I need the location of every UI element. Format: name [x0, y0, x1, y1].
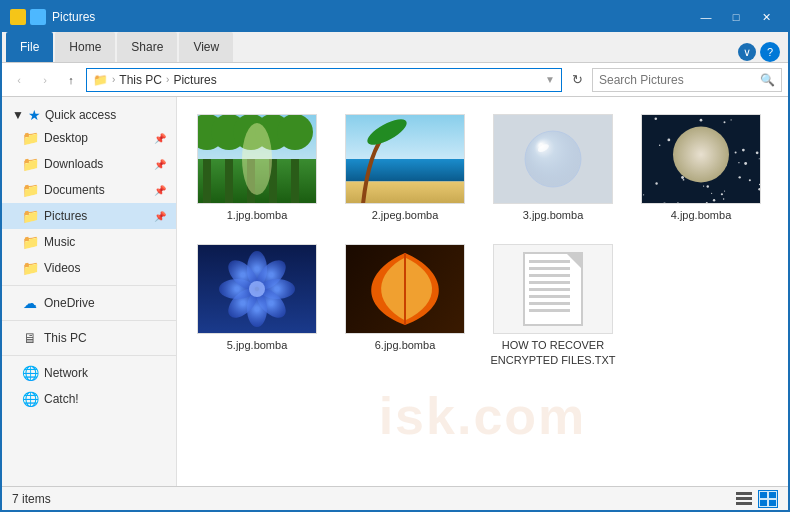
txt-line	[529, 267, 570, 270]
files-grid: 1.jpg.bomba2.jpeg.bomba3.jpg.bomba4.jpg.…	[187, 107, 778, 374]
sidebar-item-thispc[interactable]: 🖥 This PC	[2, 325, 176, 351]
file-item[interactable]: HOW TO RECOVER ENCRYPTED FILES.TXT	[483, 237, 623, 374]
txt-line	[529, 309, 570, 312]
svg-rect-7	[760, 500, 767, 506]
sidebar-item-pictures[interactable]: 📁 Pictures 📌	[2, 203, 176, 229]
file-name: 1.jpg.bomba	[227, 208, 288, 222]
file-name: 5.jpg.bomba	[227, 338, 288, 352]
back-button[interactable]: ‹	[8, 69, 30, 91]
file-item[interactable]: 2.jpeg.bomba	[335, 107, 475, 229]
svg-rect-1	[33, 12, 43, 22]
sidebar-item-label-videos: Videos	[44, 261, 80, 275]
sidebar-item-network[interactable]: 🌐 Network	[2, 360, 176, 386]
sidebar-item-documents[interactable]: 📁 Documents 📌	[2, 177, 176, 203]
path-separator-2: ›	[166, 74, 169, 85]
file-item[interactable]: 5.jpg.bomba	[187, 237, 327, 374]
watermark: isk.com	[379, 386, 587, 446]
path-icon: 📁	[93, 73, 108, 87]
svg-rect-8	[769, 500, 776, 506]
file-item[interactable]: 3.jpg.bomba	[483, 107, 623, 229]
path-separator-1: ›	[112, 74, 115, 85]
svg-rect-6	[769, 492, 776, 498]
file-thumbnail	[197, 114, 317, 204]
file-name: 4.jpg.bomba	[671, 208, 732, 222]
sidebar-item-downloads[interactable]: 📁 Downloads 📌	[2, 151, 176, 177]
file-thumbnail	[197, 244, 317, 334]
up-button[interactable]: ↑	[60, 69, 82, 91]
help-button[interactable]: ?	[760, 42, 780, 62]
network-icon: 🌐	[22, 365, 38, 381]
file-thumbnail	[493, 244, 613, 334]
file-thumbnail	[345, 114, 465, 204]
desktop-folder-icon: 📁	[22, 130, 38, 146]
window-title: Pictures	[52, 10, 692, 24]
file-item[interactable]: 1.jpg.bomba	[187, 107, 327, 229]
txt-line	[529, 281, 570, 284]
pictures-folder-icon: 📁	[22, 208, 38, 224]
forward-button[interactable]: ›	[34, 69, 56, 91]
svg-rect-5	[760, 492, 767, 498]
txt-line	[529, 274, 570, 277]
sidebar-item-label-onedrive: OneDrive	[44, 296, 95, 310]
path-dropdown-icon[interactable]: ▼	[545, 74, 555, 85]
status-count: 7 items	[12, 492, 51, 506]
refresh-button[interactable]: ↻	[566, 69, 588, 91]
search-input[interactable]	[599, 73, 760, 87]
file-name: 2.jpeg.bomba	[372, 208, 439, 222]
txt-line	[529, 288, 570, 291]
maximize-button[interactable]: □	[722, 7, 750, 27]
thispc-icon: 🖥	[22, 330, 38, 346]
search-box[interactable]: 🔍	[592, 68, 782, 92]
sidebar-item-videos[interactable]: 📁 Videos	[2, 255, 176, 281]
expand-ribbon-button[interactable]: ∨	[738, 43, 756, 61]
title-bar: Pictures — □ ✕	[2, 2, 788, 32]
title-bar-icons	[10, 9, 46, 25]
thumbnail-canvas	[197, 114, 317, 204]
search-icon: 🔍	[760, 73, 775, 87]
view-controls	[734, 490, 778, 508]
sidebar-item-label-network: Network	[44, 366, 88, 380]
sidebar-item-music[interactable]: 📁 Music	[2, 229, 176, 255]
file-thumbnail	[493, 114, 613, 204]
close-button[interactable]: ✕	[752, 7, 780, 27]
videos-folder-icon: 📁	[22, 260, 38, 276]
minimize-button[interactable]: —	[692, 7, 720, 27]
file-item[interactable]: 4.jpg.bomba	[631, 107, 771, 229]
window-controls: — □ ✕	[692, 7, 780, 27]
sidebar-section-quick-access[interactable]: ▼ ★ Quick access	[2, 101, 176, 125]
quick-access-star-icon: ★	[28, 107, 41, 123]
app-icon-yellow	[10, 9, 26, 25]
documents-folder-icon: 📁	[22, 182, 38, 198]
tab-file[interactable]: File	[6, 32, 53, 62]
sidebar-item-onedrive[interactable]: ☁ OneDrive	[2, 290, 176, 316]
list-view-button[interactable]	[734, 490, 754, 508]
tab-home[interactable]: Home	[55, 32, 115, 62]
catch-icon: 🌐	[22, 391, 38, 407]
address-path[interactable]: 📁 › This PC › Pictures ▼	[86, 68, 562, 92]
sidebar-item-label-downloads: Downloads	[44, 157, 103, 171]
sidebar-item-desktop[interactable]: 📁 Desktop 📌	[2, 125, 176, 151]
path-thispc: This PC	[119, 73, 162, 87]
grid-view-button[interactable]	[758, 490, 778, 508]
file-name: 6.jpg.bomba	[375, 338, 436, 352]
tab-view[interactable]: View	[179, 32, 233, 62]
pin-icon-pictures: 📌	[154, 211, 166, 222]
sidebar-item-label-catch: Catch!	[44, 392, 79, 406]
tab-share[interactable]: Share	[117, 32, 177, 62]
pin-icon-documents: 📌	[154, 185, 166, 196]
sidebar-item-catch[interactable]: 🌐 Catch!	[2, 386, 176, 412]
file-name: 3.jpg.bomba	[523, 208, 584, 222]
main-layout: ▼ ★ Quick access 📁 Desktop 📌 📁 Downloads…	[2, 97, 788, 486]
sidebar-item-label-thispc: This PC	[44, 331, 87, 345]
status-bar: 7 items	[2, 486, 788, 510]
chevron-icon: ▼	[12, 108, 24, 122]
music-folder-icon: 📁	[22, 234, 38, 250]
pin-icon-desktop: 📌	[154, 133, 166, 144]
file-item[interactable]: 6.jpg.bomba	[335, 237, 475, 374]
file-thumbnail	[641, 114, 761, 204]
downloads-folder-icon: 📁	[22, 156, 38, 172]
sidebar-divider-1	[2, 285, 176, 286]
thumbnail-canvas	[493, 114, 613, 204]
sidebar: ▼ ★ Quick access 📁 Desktop 📌 📁 Downloads…	[2, 97, 177, 486]
thumbnail-canvas	[197, 244, 317, 334]
